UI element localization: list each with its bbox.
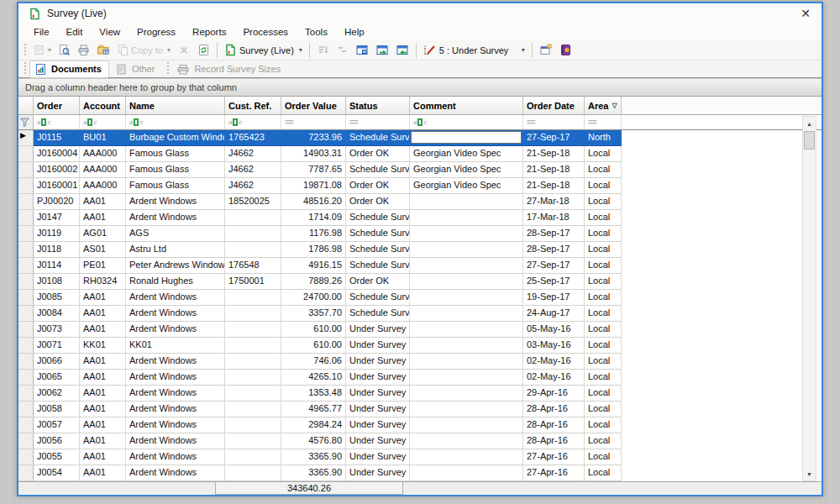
column-header-area[interactable]: Area▽ [585,97,622,115]
delete-button[interactable]: ✕ [175,43,193,58]
cell-order_value[interactable]: 3365.90 [281,449,346,465]
table-row[interactable]: PJ00020AA01Ardent Windows1852002548516.2… [18,194,822,210]
title-bar[interactable]: Survey (Live) ✕ [18,3,822,24]
cell-account[interactable]: AAA000 [80,146,126,162]
menu-reports[interactable]: Reports [184,25,234,39]
cell-order[interactable]: J0085 [34,290,80,306]
cell-account[interactable]: AS01 [80,242,126,258]
menu-tools[interactable]: Tools [297,25,336,39]
menu-help[interactable]: Help [336,25,373,39]
cell-account[interactable]: AA01 [80,194,126,210]
cell-area[interactable]: Local [585,465,622,481]
cell-cust_ref[interactable]: J4662 [225,146,281,162]
cell-name[interactable]: AGS [126,226,225,242]
cell-area[interactable]: Local [585,194,622,210]
cell-cust_ref[interactable] [225,306,281,322]
cell-status[interactable]: Schedule Survey [346,226,410,242]
cell-order_date[interactable]: 29-Apr-16 [523,386,585,402]
filter-cell-order[interactable]: ac [34,115,80,129]
table-row[interactable]: J0160001AAA000Famous GlassJ466219871.08O… [18,178,822,194]
cell-area[interactable]: Local [585,322,622,338]
cell-status[interactable]: Under Survey [346,433,410,449]
cell-order_value[interactable]: 1353.48 [281,386,346,402]
print-preview-button[interactable] [55,42,73,58]
cell-comment[interactable] [410,465,523,481]
show-window-button[interactable] [353,42,371,58]
cell-order[interactable]: J0071 [34,338,80,354]
table-row[interactable]: J0119AG01AGS1176.98Schedule Survey28-Sep… [18,226,822,242]
column-header-order_date[interactable]: Order Date [523,97,585,115]
cell-cust_ref[interactable] [225,417,281,433]
table-row[interactable]: J0054AA01Ardent Windows3365.90Under Surv… [18,465,822,481]
cell-order[interactable]: J0054 [34,465,80,481]
properties-button[interactable] [537,42,555,58]
filter-cell-status[interactable]: == [346,115,410,129]
filter-cell-account[interactable]: ac [80,115,126,129]
close-button[interactable]: ✕ [796,7,815,20]
cell-account[interactable]: AA01 [80,354,126,370]
cell-status[interactable]: Under Survey [346,465,410,481]
cell-order_date[interactable]: 21-Sep-18 [523,178,585,194]
cell-comment[interactable] [410,130,523,146]
cell-comment[interactable]: Georgian Video Spec [410,162,523,178]
table-row[interactable]: J0073AA01Ardent Windows610.00Under Surve… [18,322,822,338]
cell-status[interactable]: Schedule Survey [346,210,410,226]
cell-cust_ref[interactable] [225,242,281,258]
cell-comment[interactable] [410,338,523,354]
cell-comment[interactable] [410,290,523,306]
table-row[interactable]: J0066AA01Ardent Windows746.06Under Surve… [18,354,822,370]
cell-comment[interactable] [410,354,523,370]
tab-documents[interactable]: Documents [29,60,109,78]
cell-cust_ref[interactable] [225,290,281,306]
cell-area[interactable]: Local [585,162,622,178]
column-header-order_value[interactable]: Order Value [281,97,346,115]
cell-order_value[interactable]: 48516.20 [281,194,346,210]
cell-order_date[interactable]: 28-Sep-17 [523,226,585,242]
cell-area[interactable]: Local [585,338,622,354]
tabbar-grip[interactable] [23,62,27,76]
refresh-button[interactable] [195,42,213,58]
cell-order[interactable]: J0058 [34,402,80,417]
cell-order[interactable]: J0062 [34,386,80,402]
scroll-down-arrow[interactable]: ▼ [803,467,816,480]
cell-order_value[interactable]: 14903.31 [281,146,346,162]
cell-order_date[interactable]: 27-Sep-17 [523,258,585,274]
cell-order[interactable]: J0160004 [34,146,80,162]
cell-status[interactable]: Under Survey [346,386,410,402]
cell-cust_ref[interactable] [225,465,281,481]
cell-account[interactable]: AAA000 [80,178,126,194]
column-header-name[interactable]: Name [126,97,225,115]
table-row[interactable]: J0118AS01Astru Ltd1786.98Schedule Survey… [18,242,822,258]
cell-comment[interactable] [410,433,523,449]
scroll-up-arrow[interactable]: ▲ [803,117,816,130]
cell-order_value[interactable]: 1176.98 [281,226,346,242]
cell-area[interactable]: Local [585,354,622,370]
cell-order[interactable]: J0057 [34,417,80,433]
cell-order[interactable]: J0118 [34,242,80,258]
table-row[interactable]: J0062AA01Ardent Windows1353.48Under Surv… [18,386,822,402]
cell-area[interactable]: Local [585,370,622,386]
filter-cell-comment[interactable]: ac [410,115,523,129]
table-row[interactable]: J0065AA01Ardent Windows4265.10Under Surv… [18,370,822,386]
cell-order_date[interactable]: 17-Mar-18 [523,210,585,226]
cell-name[interactable]: Famous Glass [126,178,225,194]
cell-area[interactable]: North [585,130,622,146]
cell-name[interactable]: Ardent Windows [126,194,225,210]
cell-cust_ref[interactable]: 1750001 [225,274,281,290]
cell-comment[interactable] [410,449,523,465]
cell-order[interactable]: J0160002 [34,162,80,178]
cell-cust_ref[interactable] [225,322,281,338]
cell-status[interactable]: Under Survey [346,449,410,465]
cell-status[interactable]: Under Survey [346,417,410,433]
vertical-scrollbar[interactable]: ▲ ▼ [802,116,816,481]
cell-name[interactable]: Ardent Windows [126,465,225,481]
cell-name[interactable]: Ardent Windows [126,386,225,402]
cell-status[interactable]: Schedule Survey [346,290,410,306]
cell-order_value[interactable]: 4916.15 [281,258,346,274]
table-row[interactable]: ▶J0115BU01Burbage Custom Windows17654237… [18,130,822,146]
cell-comment[interactable] [410,402,523,417]
cell-order[interactable]: J0115 [34,130,80,146]
cell-area[interactable]: Local [585,449,622,465]
cell-status[interactable]: Order OK [346,178,410,194]
column-header-comment[interactable]: Comment [410,97,523,115]
